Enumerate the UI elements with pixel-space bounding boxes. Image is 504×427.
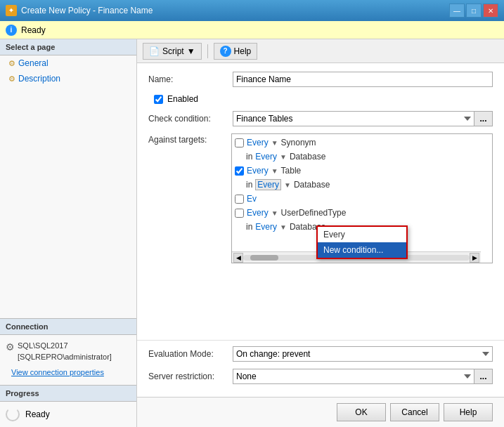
minimize-button[interactable]: — [449, 4, 465, 18]
scroll-right-arrow[interactable]: ▶ [470, 253, 479, 263]
enabled-checkbox[interactable] [154, 95, 163, 104]
evaluation-mode-select[interactable]: On change: prevent [233, 346, 493, 362]
dropdown-item-every[interactable]: Every [318, 227, 406, 242]
synonym-every-link[interactable]: Every [247, 138, 269, 147]
in-text-2: in [246, 180, 252, 190]
server-restriction-select-group: None ... [233, 369, 493, 384]
udt-db-every-link[interactable]: Every [255, 222, 277, 232]
synonym-db-every-link[interactable]: Every [255, 152, 277, 162]
synonym-checkbox[interactable] [235, 138, 244, 147]
dropdown-item-new-condition[interactable]: New condition... [318, 242, 406, 258]
partial-every-link[interactable]: Ev [247, 194, 257, 204]
status-text: Ready [21, 25, 46, 35]
table-type-text: Table [281, 166, 302, 176]
target-row-partial: Ev [232, 192, 492, 206]
target-row-table-db: in Every ▼ Database [232, 178, 492, 192]
connection-content: ⚙ SQL\SQL2017 [SQLREPRO\administrator] V… [0, 335, 136, 385]
progress-text: Ready [25, 409, 50, 419]
connection-name: SQL\SQL2017 [18, 341, 112, 351]
scroll-thumb [250, 255, 278, 261]
table-db-text: Database [294, 180, 330, 190]
close-button[interactable]: ✕ [483, 4, 498, 18]
server-restriction-label: Server restriction: [148, 372, 233, 381]
udt-db-dropdown-icon[interactable]: ▼ [280, 223, 287, 231]
server-restriction-row: Server restriction: None ... [148, 369, 493, 384]
title-bar-text: Create New Policy - Finance Name [21, 6, 153, 15]
connection-row: ⚙ SQL\SQL2017 [SQLREPRO\administrator] [6, 341, 131, 362]
check-condition-ellipsis-button[interactable]: ... [474, 111, 493, 126]
table-dropdown-icon[interactable]: ▼ [271, 167, 278, 175]
udt-checkbox[interactable] [235, 209, 244, 218]
scroll-left-arrow[interactable]: ◀ [233, 253, 243, 263]
synonym-db-dropdown-icon[interactable]: ▼ [280, 153, 287, 161]
script-icon: 📄 [149, 46, 160, 56]
description-icon: ⚙ [8, 74, 15, 84]
general-icon: ⚙ [8, 59, 15, 68]
targets-scroll-area[interactable]: Every ▼ Synonym in Every ▼ Database [232, 134, 492, 263]
server-restriction-ellipsis-button[interactable]: ... [474, 369, 493, 384]
name-row: Name: [148, 72, 493, 87]
help-icon: ? [220, 46, 231, 57]
help-button[interactable]: ? Help [214, 43, 258, 60]
app-icon: ✦ [6, 5, 17, 16]
synonym-type-text: Synonym [281, 138, 316, 147]
in-text-3: in [246, 222, 252, 232]
title-bar-controls: — □ ✕ [449, 4, 498, 18]
against-targets-label: Against targets: [148, 133, 226, 263]
sidebar-item-general-label: General [18, 58, 49, 68]
check-condition-select-group: Finance Tables ... [233, 111, 493, 126]
target-row-table: Every ▼ Table [232, 164, 492, 178]
bottom-form: Evaluation Mode: On change: prevent Serv… [137, 340, 504, 397]
sidebar-item-general[interactable]: ⚙ General [0, 55, 136, 71]
sidebar-item-description[interactable]: ⚙ Description [0, 71, 136, 86]
name-input[interactable] [233, 72, 493, 87]
view-connection-link[interactable]: View connection properties [6, 365, 131, 379]
table-every-link[interactable]: Every [247, 166, 269, 176]
sidebar-connection: Connection ⚙ SQL\SQL2017 [SQLREPRO\admin… [0, 318, 136, 427]
name-label: Name: [148, 74, 233, 84]
select-page-header: Select a page [0, 39, 136, 55]
udt-every-link[interactable]: Every [247, 208, 269, 218]
status-bar: i Ready [0, 21, 504, 39]
progress-spinner [6, 407, 20, 421]
table-db-every-link[interactable]: Every [255, 179, 281, 190]
synonym-dropdown-icon[interactable]: ▼ [271, 139, 278, 147]
target-row-synonym-db: in Every ▼ Database [232, 150, 492, 164]
target-row-synonym: Every ▼ Synonym [232, 136, 492, 150]
connection-icon: ⚙ [6, 341, 15, 353]
udt-type-text: UserDefinedType [281, 208, 347, 218]
server-restriction-select[interactable]: None [233, 369, 474, 384]
sidebar: Select a page ⚙ General ⚙ Description Co… [0, 39, 137, 427]
against-targets-container: Against targets: Every ▼ Synonym in [148, 133, 493, 263]
title-bar: ✦ Create New Policy - Finance Name — □ ✕ [0, 0, 504, 21]
help-label: Help [234, 46, 252, 56]
script-label: Script [162, 46, 184, 56]
evaluation-mode-row: Evaluation Mode: On change: prevent [148, 346, 493, 362]
table-db-dropdown-icon[interactable]: ▼ [284, 181, 291, 189]
script-dropdown-icon: ▼ [187, 46, 195, 56]
toolbar: 📄 Script ▼ ? Help [137, 39, 504, 63]
target-row-udt: Every ▼ UserDefinedType [232, 206, 492, 220]
button-row: OK Cancel Help [137, 397, 504, 427]
progress-header: Progress [0, 385, 136, 402]
status-icon: i [6, 25, 17, 36]
udt-dropdown-icon[interactable]: ▼ [271, 209, 278, 217]
partial-checkbox[interactable] [235, 195, 244, 204]
help-dialog-button[interactable]: Help [444, 403, 493, 421]
in-text-1: in [246, 152, 252, 162]
content-area: 📄 Script ▼ ? Help Name: Enabled [137, 39, 504, 427]
table-checkbox[interactable] [235, 166, 244, 176]
form-area: Name: Enabled Check condition: Finance T… [137, 63, 504, 340]
dropdown-popup: Every New condition... [316, 225, 408, 259]
check-condition-row: Check condition: Finance Tables ... [148, 111, 493, 126]
check-condition-select[interactable]: Finance Tables [233, 111, 474, 126]
main-layout: Select a page ⚙ General ⚙ Description Co… [0, 39, 504, 427]
cancel-button[interactable]: Cancel [390, 403, 439, 421]
enabled-row: Enabled [154, 94, 493, 104]
ok-button[interactable]: OK [337, 403, 386, 421]
connection-user: [SQLREPRO\administrator] [18, 352, 112, 362]
progress-content: Ready [0, 402, 136, 427]
maximize-button[interactable]: □ [466, 4, 482, 18]
script-button[interactable]: 📄 Script ▼ [143, 43, 202, 60]
targets-box: Every ▼ Synonym in Every ▼ Database [231, 133, 493, 263]
